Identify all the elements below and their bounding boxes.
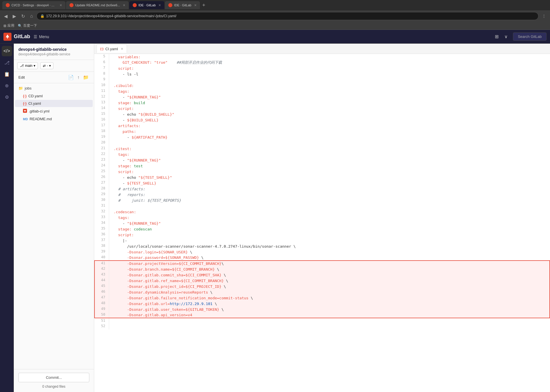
code-line-42: 42 -Dsonar.branch.name=${CI_COMMIT_BRANC… [94, 266, 550, 272]
sidebar-icon-code[interactable]: </> [2, 46, 12, 56]
tree-file-cd-yaml[interactable]: {·} CD.yaml [15, 92, 93, 100]
bookmark-baidu-label: 百度一下 [23, 23, 37, 28]
menu-button[interactable]: ☰ Menu [34, 34, 49, 39]
editor-tab-label: CI.yaml [105, 47, 118, 51]
search-gitlab-button[interactable]: Search GitLab [513, 32, 547, 41]
code-viewer[interactable]: 5 variables:6 GIT_CHECKOUT: "true" ##局部开… [94, 54, 550, 392]
left-sidebar: </> ⎇ 📋 ⊕ ⚙ [0, 44, 14, 392]
merge-button[interactable]: ⇄ - ▾ [40, 62, 53, 69]
line-code-23: - "${RUNNER_TAG}" [109, 157, 550, 163]
code-line-38: 38 /usr/local/sonar-scanner/sonar-scanne… [94, 243, 550, 249]
line-code-27: - ${TEST_SHELL} [109, 180, 550, 186]
line-number-29: 29 [94, 192, 109, 197]
branch-selector[interactable]: ⎇ main ▾ [17, 62, 38, 69]
line-code-51 [109, 318, 550, 324]
nav-grid-button[interactable]: ⊞ [493, 32, 500, 41]
repo-name: devops4-gitlablib-service [18, 47, 89, 52]
tab-close-1[interactable]: × [60, 3, 62, 7]
forward-button[interactable]: ▶ [11, 12, 18, 20]
browser-toolbar: ◀ ▶ ↻ ⌂ 🔒 172.29.9.101/-/ide/project/dev… [0, 10, 550, 22]
line-number-42: 42 [94, 266, 109, 272]
line-code-20 [109, 140, 550, 146]
bookmark-baidu[interactable]: 🔍 百度一下 [18, 23, 37, 28]
line-code-16: - ${BUILD_SHELL} [109, 117, 550, 123]
home-button[interactable]: ⌂ [28, 12, 35, 20]
line-code-17: artifacts: [109, 123, 550, 129]
sidebar-icon-merge[interactable]: ⊕ [2, 80, 12, 91]
new-file-button[interactable]: 📄 [67, 74, 74, 81]
file-tree: 📁 jobs {·} CD.yaml {·} CI.yaml .gitlab-c… [14, 83, 94, 369]
upload-file-button[interactable]: ↑ [77, 74, 80, 81]
editor-tab-ci-yaml[interactable]: {·} CI.yaml × [97, 44, 127, 53]
md-icon: MD [23, 117, 28, 121]
branch-name: main [25, 64, 32, 68]
tab-close-2[interactable]: × [123, 3, 125, 7]
line-code-45: -Dsonar.gitlab.project_id=${CI_PROJECT_I… [109, 284, 550, 289]
extensions-button[interactable]: ⋮ [540, 13, 548, 20]
nav-chevron-button[interactable]: ∨ [503, 32, 510, 41]
browser-tab-1[interactable]: CI/CD · Settings · devops4 · Gi... × [2, 1, 65, 9]
code-line-40: 40 -Dsonar.password=${SONAR_PASSWD} \ [94, 255, 550, 261]
bookmark-apps-label: 应用 [7, 23, 14, 28]
tab-close-4[interactable]: × [194, 3, 196, 7]
line-code-49: -Dsonar.gitlab.user_token=${GITLAB_TOKEN… [109, 306, 550, 312]
bookmarks-bar: ⊞ 应用 🔍 百度一下 [0, 22, 550, 30]
line-number-16: 16 [94, 117, 109, 123]
new-folder-button[interactable]: 📁 [82, 74, 89, 81]
code-line-25: 25 script: [94, 169, 550, 174]
tab-close-3[interactable]: × [159, 3, 161, 7]
line-number-38: 38 [94, 243, 109, 249]
gitlab-logo: GitLab [3, 33, 30, 41]
edit-label: Edit [18, 75, 25, 79]
browser-tab-3[interactable]: IDE · GitLab × [129, 1, 164, 9]
code-line-9: 9 [94, 77, 550, 83]
main-content: </> ⎇ 📋 ⊕ ⚙ devops4-gitlablib-service de… [0, 44, 550, 392]
code-line-11: 11 tags: [94, 88, 550, 94]
baidu-icon: 🔍 [18, 24, 22, 28]
sidebar-icon-settings[interactable]: ⚙ [2, 92, 12, 102]
address-bar[interactable]: 🔒 172.29.9.101/-/ide/project/devops4/dev… [36, 12, 539, 20]
line-number-11: 11 [94, 88, 109, 94]
line-code-47: -Dsonar.gitlab.failure_notification_mode… [109, 295, 550, 301]
line-code-32: .codescan: [109, 209, 550, 215]
browser-chrome: CI/CD · Settings · devops4 · Gi... × Upd… [0, 0, 550, 30]
line-code-41: -Dsonar.projectVersion=${CI_COMMIT_BRANC… [109, 261, 550, 266]
line-number-10: 10 [94, 83, 109, 88]
tree-file-gitlab-ci[interactable]: .gitlab-ci.yml [15, 107, 93, 115]
line-number-7: 7 [94, 65, 109, 71]
sidebar-icon-branch[interactable]: ⎇ [2, 57, 12, 68]
line-number-13: 13 [94, 100, 109, 106]
line-number-33: 33 [94, 215, 109, 220]
file-name-ci-yaml: CI.yaml [28, 101, 41, 106]
tab-label-4: IDE · GitLab [174, 3, 191, 7]
reload-button[interactable]: ↻ [20, 12, 27, 20]
code-line-8: 8 - ls -l [94, 71, 550, 77]
editor-tab-close-icon[interactable]: × [121, 46, 123, 51]
code-line-19: 19 - ${ARTIFACT_PATH} [94, 134, 550, 140]
commit-button[interactable]: Commit... [18, 373, 89, 382]
line-code-15: - echo "${BUILD_SHELL}" [109, 111, 550, 117]
line-number-21: 21 [94, 146, 109, 152]
code-line-16: 16 - ${BUILD_SHELL} [94, 117, 550, 123]
line-number-30: 30 [94, 197, 109, 203]
tab-label-2: Update README.md (bc6ee6... [75, 3, 120, 7]
line-code-7: script: [109, 65, 550, 71]
sidebar-icon-commit[interactable]: 📋 [2, 69, 12, 79]
bookmark-apps[interactable]: ⊞ 应用 [3, 23, 14, 28]
tab-icon-1 [6, 3, 10, 7]
code-line-34: 34 - "${RUNNER_TAG}" [94, 220, 550, 226]
branch-icon: ⎇ [20, 64, 24, 68]
line-code-25: script: [109, 169, 550, 174]
code-line-37: 37 |- [94, 238, 550, 243]
code-line-43: 43 -Dsonar.gitlab.commit_sha=${CI_COMMIT… [94, 272, 550, 278]
browser-tab-4[interactable]: IDE · GitLab × [165, 1, 200, 9]
code-line-15: 15 - echo "${BUILD_SHELL}" [94, 111, 550, 117]
line-number-22: 22 [94, 152, 109, 157]
browser-tab-2[interactable]: Update README.md (bc6ee6... × [66, 1, 129, 9]
tree-file-readme[interactable]: MD README.md [15, 115, 93, 123]
folder-name: jobs [25, 86, 32, 90]
new-tab-button[interactable]: + [200, 1, 207, 9]
tree-file-ci-yaml[interactable]: {·} CI.yaml [15, 100, 93, 107]
tree-folder-jobs[interactable]: 📁 jobs [14, 84, 94, 92]
back-button[interactable]: ◀ [2, 12, 9, 20]
